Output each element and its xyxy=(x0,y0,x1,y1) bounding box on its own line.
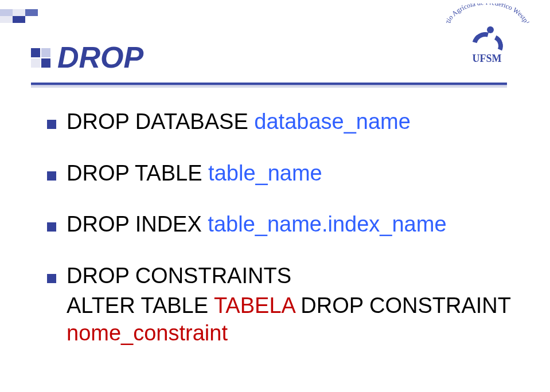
list-text: DROP CONSTRAINTS xyxy=(67,263,291,289)
list-text: DROP INDEX table_name.index_name xyxy=(67,211,447,238)
list-item: DROP CONSTRAINTS xyxy=(47,263,516,289)
list-item: DROP TABLE table_name xyxy=(47,160,516,187)
logo-arc-text: Colégio Agrícola de Frederico Westphalen xyxy=(441,3,533,23)
bullet-icon xyxy=(47,120,56,129)
bullet-icon xyxy=(47,171,56,181)
sub-keyword: ALTER TABLE xyxy=(67,293,208,317)
list-subtext: ALTER TABLE TABELA DROP CONSTRAINT nome_… xyxy=(67,292,516,347)
argument: table_name xyxy=(208,161,322,185)
keyword: DROP DATABASE xyxy=(67,109,248,134)
list-item: DROP DATABASE database_name xyxy=(47,109,516,135)
bullet-icon xyxy=(47,222,56,232)
bullet-icon xyxy=(47,274,56,283)
logo-figure-icon xyxy=(470,26,504,54)
argument: database_name xyxy=(254,109,411,134)
argument: table_name.index_name xyxy=(208,212,446,236)
list-text: DROP TABLE table_name xyxy=(67,160,322,187)
svg-text:Colégio Agrícola de Frederico : Colégio Agrícola de Frederico Westphalen xyxy=(441,3,533,23)
sub-argument: nome_constraint xyxy=(67,321,228,345)
sub-keyword: DROP CONSTRAINT xyxy=(301,293,510,317)
sub-argument: TABELA xyxy=(214,293,295,317)
content-list: DROP DATABASE database_name DROP TABLE t… xyxy=(47,109,516,347)
keyword: DROP xyxy=(67,264,129,288)
title-divider xyxy=(31,83,507,85)
argument: CONSTRAINTS xyxy=(135,264,291,288)
keyword: DROP TABLE xyxy=(67,161,202,185)
slide: Colégio Agrícola de Frederico Westphalen… xyxy=(0,0,550,392)
list-text: DROP DATABASE database_name xyxy=(67,109,411,135)
logo: Colégio Agrícola de Frederico Westphalen… xyxy=(441,3,533,65)
list-item: DROP INDEX table_name.index_name xyxy=(47,211,516,238)
keyword: DROP INDEX xyxy=(67,212,202,236)
page-title: DROP xyxy=(57,40,143,75)
